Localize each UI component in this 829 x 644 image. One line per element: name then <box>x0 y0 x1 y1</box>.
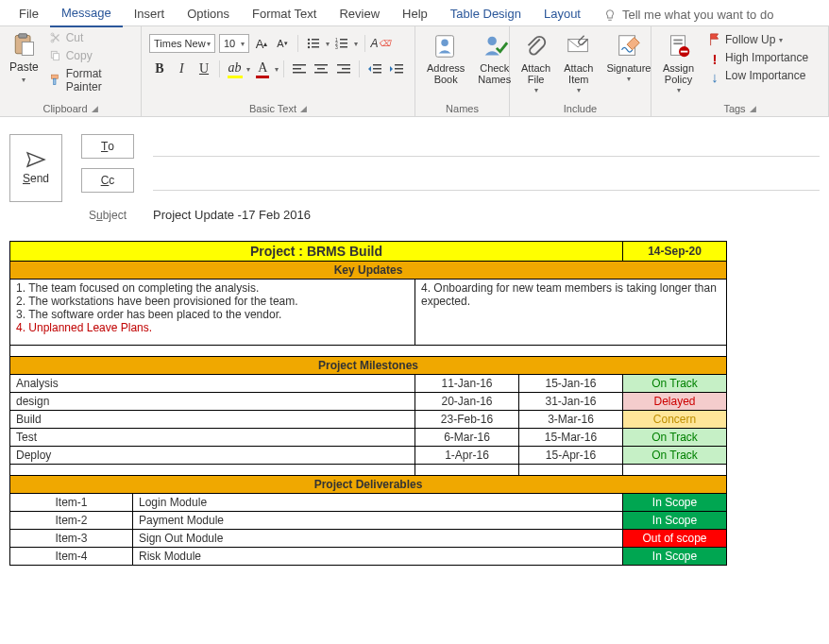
chevron-down-icon: ▾ <box>627 76 631 84</box>
follow-up-label: Follow Up <box>725 33 775 46</box>
tab-layout[interactable]: Layout <box>533 3 592 26</box>
attach-item-icon <box>565 32 593 60</box>
svg-rect-21 <box>293 64 306 66</box>
deliverable-status: Out of scope <box>623 530 727 548</box>
chevron-down-icon[interactable]: ▾ <box>354 40 358 48</box>
check-names-icon <box>481 32 509 60</box>
align-right-icon <box>337 63 350 75</box>
align-center-button[interactable] <box>312 59 332 79</box>
align-right-button[interactable] <box>333 59 354 79</box>
tab-review[interactable]: Review <box>328 3 391 26</box>
format-painter-icon <box>49 74 62 87</box>
message-body[interactable]: Project : BRMS Build 14-Sep-20 Key Updat… <box>0 231 829 575</box>
shrink-font-button[interactable]: A▾ <box>274 35 291 52</box>
ribbon: Paste ▾ Cut Copy Format Painter Clipboar… <box>0 26 829 117</box>
cc-button[interactable]: Cc <box>81 168 134 193</box>
milestone-row: design20-Jan-1631-Jan-16Delayed <box>10 393 727 411</box>
group-basic-text: Times New▾ 10▾ A▴ A▾ ▾ 123 ▾ A⌫ B I U ab… <box>142 26 415 116</box>
cc-input[interactable] <box>153 170 820 191</box>
svg-rect-27 <box>337 64 350 66</box>
attach-file-button[interactable]: Attach File▾ <box>517 30 554 97</box>
deliverable-desc: Login Module <box>133 494 623 512</box>
clipboard-group-label: Clipboard <box>42 103 87 114</box>
chevron-down-icon[interactable]: ▾ <box>246 65 250 74</box>
font-name-combo[interactable]: Times New▾ <box>149 34 215 53</box>
subject-value[interactable]: Project Update -17 Feb 2016 <box>153 208 311 222</box>
align-left-button[interactable] <box>289 59 310 79</box>
signature-button[interactable]: Signature▾ <box>602 30 654 86</box>
assign-policy-button[interactable]: Assign Policy▾ <box>659 30 698 97</box>
font-size-combo[interactable]: 10▾ <box>219 34 249 53</box>
high-importance-label: High Importance <box>725 51 808 64</box>
address-book-button[interactable]: Address Book <box>423 30 468 87</box>
increase-indent-button[interactable] <box>386 59 407 79</box>
bullets-button[interactable] <box>305 35 322 52</box>
low-importance-button[interactable]: ↓ Low Importance <box>705 68 811 83</box>
svg-rect-32 <box>373 72 381 74</box>
assign-policy-icon <box>665 32 693 60</box>
tab-insert[interactable]: Insert <box>123 3 177 26</box>
low-importance-icon: ↓ <box>708 69 721 82</box>
to-button[interactable]: To <box>81 134 134 159</box>
group-include: Attach File▾ Attach Item▾ Signature▾ Inc… <box>510 26 651 116</box>
tab-message[interactable]: Message <box>50 2 123 27</box>
copy-button[interactable]: Copy <box>46 48 133 63</box>
tab-help[interactable]: Help <box>391 3 439 26</box>
format-painter-button[interactable]: Format Painter <box>46 66 133 94</box>
tell-me-search[interactable]: Tell me what you want to do <box>603 8 773 22</box>
paste-button[interactable]: Paste ▾ <box>8 30 41 96</box>
follow-up-button[interactable]: Follow Up▾ <box>705 32 811 47</box>
svg-point-11 <box>308 42 310 44</box>
highlight-button[interactable]: ab <box>225 59 245 79</box>
svg-rect-29 <box>337 72 350 74</box>
decrease-indent-button[interactable] <box>364 59 385 79</box>
check-names-button[interactable]: Check Names <box>474 30 515 87</box>
clipboard-launcher-icon[interactable]: ◢ <box>92 104 98 113</box>
subject-label: Subject <box>81 209 134 222</box>
tags-launcher-icon[interactable]: ◢ <box>750 104 756 113</box>
milestone-end: 15-Apr-16 <box>519 447 623 465</box>
chevron-down-icon[interactable]: ▾ <box>326 40 330 48</box>
tab-format-text[interactable]: Format Text <box>241 3 328 26</box>
grow-font-button[interactable]: A▴ <box>253 35 270 52</box>
svg-rect-30 <box>373 64 381 66</box>
tab-file[interactable]: File <box>8 3 50 26</box>
milestone-row: Build23-Feb-163-Mar-16Concern <box>10 411 727 429</box>
clear-formatting-button[interactable]: A⌫ <box>372 35 389 52</box>
deliverable-row: Item-4Risk ModuleIn Scope <box>10 548 727 566</box>
chevron-down-icon: ▾ <box>207 40 211 48</box>
attach-item-button[interactable]: Attach Item▾ <box>560 30 597 97</box>
font-color-button[interactable]: A <box>252 59 273 79</box>
svg-rect-14 <box>312 46 319 48</box>
svg-rect-33 <box>395 64 403 66</box>
bullets-icon <box>307 37 320 50</box>
basic-text-launcher-icon[interactable]: ◢ <box>300 104 307 113</box>
svg-point-37 <box>441 40 448 47</box>
to-input[interactable] <box>153 136 820 157</box>
format-painter-label: Format Painter <box>66 67 130 93</box>
milestone-status: On Track <box>623 429 727 447</box>
tab-table-design[interactable]: Table Design <box>439 3 533 26</box>
send-button[interactable]: Send <box>9 134 62 202</box>
svg-rect-10 <box>312 39 319 41</box>
deliverables-header: Project Deliverables <box>10 476 727 494</box>
tab-options[interactable]: Options <box>176 3 241 26</box>
milestone-start: 23-Feb-16 <box>415 411 519 429</box>
align-left-icon <box>293 63 306 75</box>
chevron-down-icon[interactable]: ▾ <box>275 65 279 74</box>
scissors-icon <box>49 31 62 44</box>
paste-dropdown-icon: ▾ <box>22 76 25 84</box>
deliverable-status: In Scope <box>623 512 727 530</box>
cut-button[interactable]: Cut <box>46 30 133 45</box>
svg-rect-25 <box>317 68 325 70</box>
numbering-button[interactable]: 123 <box>333 35 350 52</box>
svg-rect-23 <box>293 72 306 74</box>
bold-button[interactable]: B <box>149 59 170 79</box>
underline-button[interactable]: U <box>194 59 214 79</box>
italic-button[interactable]: I <box>172 59 193 79</box>
milestone-end: 15-Jan-16 <box>519 375 623 393</box>
high-importance-button[interactable]: ! High Importance <box>705 50 811 65</box>
milestone-status: On Track <box>623 375 727 393</box>
milestone-name: design <box>10 393 415 411</box>
svg-point-13 <box>308 46 310 48</box>
